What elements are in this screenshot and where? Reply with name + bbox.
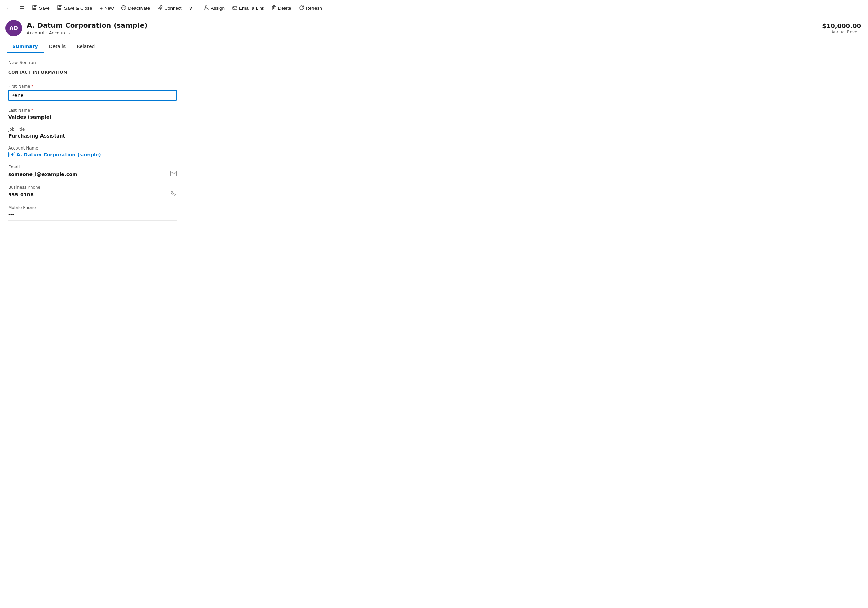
tab-details[interactable]: Details	[43, 39, 71, 53]
first-name-label: First Name *	[8, 84, 177, 89]
email-link-label: Email a Link	[239, 6, 264, 11]
toolbar: ← Save Save & Close + New Deactivate Co	[0, 0, 868, 17]
new-button[interactable]: + New	[96, 3, 117, 13]
save-close-button[interactable]: Save & Close	[54, 3, 96, 13]
breadcrumb-dropdown[interactable]: Account ⌄	[49, 30, 71, 35]
entity-name: A. Datum Corporation (sample)	[27, 21, 147, 29]
connect-button[interactable]: Connect	[154, 3, 185, 13]
connect-icon	[157, 5, 163, 11]
svg-line-15	[160, 8, 161, 9]
contact-info-fields: First Name * Last Name * Valdes (sample)…	[8, 80, 177, 221]
nav-menu-button[interactable]	[16, 2, 28, 14]
delete-label: Delete	[278, 6, 291, 11]
svg-rect-7	[59, 6, 61, 7]
first-name-field: First Name *	[8, 80, 177, 104]
svg-rect-0	[20, 6, 24, 7]
breadcrumb-chevron-icon: ⌄	[68, 31, 71, 35]
tab-related[interactable]: Related	[71, 39, 100, 53]
deactivate-button[interactable]: Deactivate	[118, 3, 153, 13]
mobile-phone-field: Mobile Phone ---	[8, 202, 177, 221]
business-phone-value-row: 555-0108	[8, 191, 177, 198]
main-content: New Section CONTACT INFORMATION First Na…	[0, 53, 868, 604]
svg-rect-25	[171, 171, 177, 176]
last-name-required: *	[31, 108, 33, 113]
last-name-value[interactable]: Valdes (sample)	[8, 114, 177, 120]
first-name-required: *	[31, 84, 33, 89]
business-phone-value[interactable]: 555-0108	[8, 192, 34, 197]
tabs: Summary Details Related	[0, 39, 868, 53]
connect-label: Connect	[164, 6, 181, 11]
refresh-button[interactable]: Refresh	[296, 3, 326, 13]
job-title-label: Job Title	[8, 127, 177, 132]
assign-label: Assign	[211, 6, 225, 11]
left-panel: New Section CONTACT INFORMATION First Na…	[0, 53, 185, 604]
annual-revenue-label: Annual Reve...	[822, 29, 861, 34]
new-label: New	[104, 6, 113, 11]
delete-button[interactable]: Delete	[268, 3, 295, 13]
more-icon: ∨	[189, 6, 192, 11]
job-title-field: Job Title Purchasing Assistant	[8, 123, 177, 142]
svg-rect-17	[232, 6, 237, 9]
email-value[interactable]: someone_i@example.com	[8, 171, 78, 177]
account-name-label: Account Name	[8, 146, 177, 150]
assign-button[interactable]: Assign	[200, 3, 228, 13]
account-link-icon	[8, 152, 14, 157]
svg-line-14	[160, 6, 161, 7]
entity-header-right: $10,000.00 Annual Reve...	[822, 22, 861, 34]
deactivate-label: Deactivate	[128, 6, 150, 11]
entity-header: AD A. Datum Corporation (sample) Account…	[0, 17, 868, 39]
svg-rect-5	[33, 8, 36, 9]
save-icon	[32, 5, 37, 11]
first-name-input[interactable]	[8, 90, 177, 101]
save-button[interactable]: Save	[29, 3, 53, 13]
svg-rect-1	[20, 8, 24, 9]
entity-header-left: AD A. Datum Corporation (sample) Account…	[6, 20, 147, 36]
right-panel	[185, 53, 868, 604]
email-field: Email someone_i@example.com	[8, 161, 177, 181]
email-link-button[interactable]: Email a Link	[229, 3, 268, 13]
entity-info: A. Datum Corporation (sample) Account · …	[27, 21, 147, 35]
breadcrumb-item-1: Account	[27, 30, 45, 35]
breadcrumb-item-2: Account	[49, 30, 67, 35]
refresh-label: Refresh	[306, 6, 322, 11]
section-heading: CONTACT INFORMATION	[8, 70, 177, 75]
breadcrumb-sep: ·	[46, 30, 48, 35]
section-title: New Section	[8, 60, 177, 65]
business-phone-field: Business Phone 555-0108	[8, 181, 177, 202]
save-close-label: Save & Close	[64, 6, 92, 11]
last-name-label: Last Name *	[8, 108, 177, 113]
tab-summary[interactable]: Summary	[7, 39, 43, 53]
svg-rect-8	[58, 8, 61, 9]
email-value-row: someone_i@example.com	[8, 171, 177, 178]
business-phone-label: Business Phone	[8, 185, 177, 190]
new-icon: +	[100, 5, 103, 11]
back-button[interactable]: ←	[3, 2, 15, 14]
job-title-value[interactable]: Purchasing Assistant	[8, 133, 177, 138]
toolbar-divider	[198, 4, 198, 12]
svg-point-13	[161, 8, 162, 9]
svg-rect-18	[272, 6, 276, 10]
deactivate-icon	[121, 5, 126, 11]
account-name-field: Account Name A. Datum Corporation (sampl…	[8, 142, 177, 161]
breadcrumb: Account · Account ⌄	[27, 30, 147, 35]
delete-icon	[272, 5, 276, 11]
svg-rect-4	[34, 6, 36, 7]
refresh-icon	[299, 5, 304, 11]
mobile-phone-label: Mobile Phone	[8, 205, 177, 210]
phone-action-icon[interactable]	[171, 191, 177, 198]
assign-icon	[204, 5, 209, 11]
last-name-field: Last Name * Valdes (sample)	[8, 104, 177, 123]
email-link-icon	[232, 5, 237, 11]
avatar: AD	[6, 20, 22, 36]
svg-rect-2	[20, 9, 24, 10]
svg-point-16	[205, 6, 208, 8]
svg-rect-23	[9, 153, 13, 156]
save-label: Save	[39, 6, 50, 11]
email-action-icon[interactable]	[170, 171, 177, 178]
svg-point-11	[158, 7, 160, 9]
mobile-phone-value[interactable]: ---	[8, 212, 177, 217]
more-button[interactable]: ∨	[186, 3, 196, 13]
svg-point-12	[161, 6, 162, 7]
email-label: Email	[8, 164, 177, 169]
account-name-value[interactable]: A. Datum Corporation (sample)	[8, 152, 177, 157]
